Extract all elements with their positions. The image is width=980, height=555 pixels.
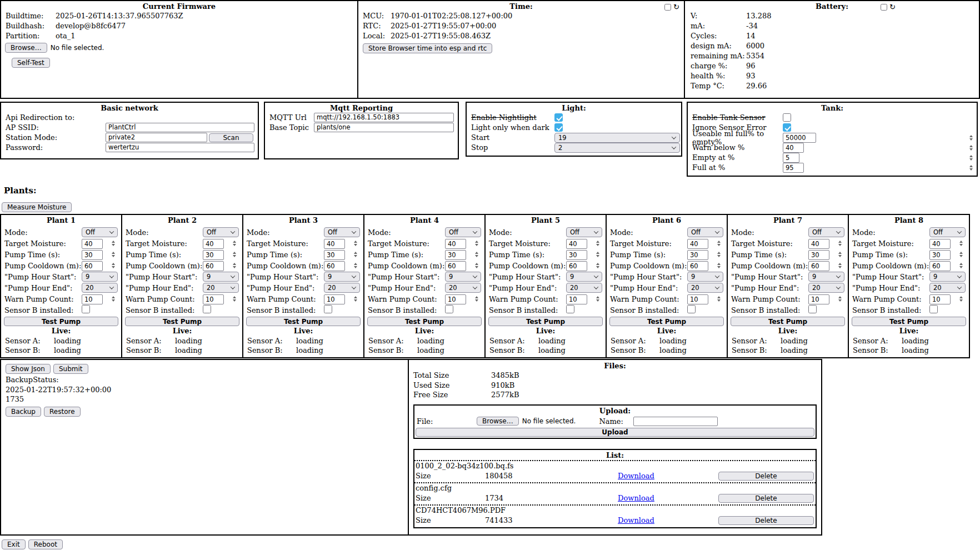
time-auto-refresh-checkbox[interactable] — [664, 4, 671, 11]
pump-cooldown-input[interactable]: 60 — [203, 262, 239, 270]
number-stepper[interactable] — [969, 135, 973, 141]
pump-cooldown-input[interactable]: 60 — [808, 262, 844, 270]
pump-hour-end-select[interactable]: 20 — [808, 283, 844, 293]
light-start-select[interactable]: 19 — [554, 133, 680, 143]
mode-select[interactable]: Off — [324, 227, 360, 237]
sensor-b-installed-checkbox[interactable] — [566, 305, 574, 313]
test-pump-button[interactable]: Test Pump — [852, 317, 966, 326]
number-stepper[interactable] — [475, 263, 478, 268]
number-stepper[interactable] — [717, 263, 721, 268]
enable-nightlight-checkbox[interactable] — [554, 113, 563, 122]
number-stepper[interactable] — [233, 263, 236, 268]
download-link[interactable]: Download — [618, 494, 654, 502]
target-moisture-input[interactable]: 40 — [808, 239, 844, 248]
number-stepper[interactable] — [112, 296, 115, 302]
time-refresh-icon[interactable]: ↻ — [673, 4, 679, 11]
mqtt-url-input[interactable]: mqtt://192.168.1.50:1883 — [314, 113, 454, 122]
pump-cooldown-input[interactable]: 60 — [324, 262, 360, 270]
mode-select[interactable]: Off — [82, 227, 118, 237]
number-stepper[interactable] — [233, 252, 236, 257]
target-moisture-input[interactable]: 40 — [445, 239, 481, 248]
pump-hour-start-select[interactable]: 9 — [929, 272, 966, 282]
download-link[interactable]: Download — [618, 516, 654, 524]
warn-pump-count-input[interactable]: 10 — [687, 295, 723, 303]
ignore-sensor-error-checkbox[interactable] — [783, 123, 791, 132]
number-stepper[interactable] — [112, 252, 115, 257]
self-test-button[interactable]: Self-Test — [12, 58, 50, 68]
number-stepper[interactable] — [233, 296, 236, 302]
number-stepper[interactable] — [969, 165, 973, 171]
pump-cooldown-input[interactable]: 60 — [82, 262, 118, 270]
pump-hour-end-select[interactable]: 20 — [566, 283, 602, 293]
target-moisture-input[interactable]: 40 — [203, 239, 239, 248]
test-pump-button[interactable]: Test Pump — [125, 317, 239, 326]
sensor-b-installed-checkbox[interactable] — [808, 305, 817, 313]
pump-hour-start-select[interactable]: 9 — [324, 272, 360, 282]
pump-hour-start-select[interactable]: 9 — [445, 272, 481, 282]
full-at-input[interactable]: 95 — [783, 163, 976, 172]
warn-pump-count-input[interactable]: 10 — [203, 295, 239, 303]
warn-pump-count-input[interactable]: 10 — [82, 295, 118, 303]
number-stepper[interactable] — [959, 252, 963, 257]
light-stop-select[interactable]: 2 — [554, 143, 680, 153]
submit-button[interactable]: Submit — [53, 364, 88, 374]
number-stepper[interactable] — [959, 263, 963, 268]
warn-pump-count-input[interactable]: 10 — [808, 295, 844, 303]
pump-hour-end-select[interactable]: 20 — [82, 283, 118, 293]
test-pump-button[interactable]: Test Pump — [731, 317, 845, 326]
pump-time-input[interactable]: 30 — [929, 251, 966, 259]
pump-hour-end-select[interactable]: 20 — [929, 283, 966, 293]
pump-time-input[interactable]: 30 — [203, 251, 239, 259]
pump-hour-end-select[interactable]: 20 — [203, 283, 239, 293]
enable-tank-sensor-checkbox[interactable] — [783, 113, 791, 122]
warn-pump-count-input[interactable]: 10 — [445, 295, 481, 303]
number-stepper[interactable] — [354, 263, 357, 268]
show-json-button[interactable]: Show Json — [6, 364, 51, 374]
empty-at-input[interactable]: 5 — [783, 153, 976, 162]
battery-auto-refresh-checkbox[interactable] — [881, 4, 887, 11]
number-stepper[interactable] — [354, 241, 357, 246]
pump-hour-start-select[interactable]: 9 — [687, 272, 723, 282]
target-moisture-input[interactable]: 40 — [566, 239, 602, 248]
number-stepper[interactable] — [596, 252, 599, 257]
backup-button[interactable]: Backup — [6, 407, 41, 417]
pump-cooldown-input[interactable]: 60 — [445, 262, 481, 270]
pump-cooldown-input[interactable]: 60 — [687, 262, 723, 270]
sensor-b-installed-checkbox[interactable] — [82, 305, 90, 313]
number-stepper[interactable] — [596, 296, 599, 302]
pump-time-input[interactable]: 30 — [566, 251, 602, 259]
sensor-b-installed-checkbox[interactable] — [687, 305, 696, 313]
number-stepper[interactable] — [475, 252, 478, 257]
pump-hour-end-select[interactable]: 20 — [445, 283, 481, 293]
delete-button[interactable]: Delete — [718, 472, 814, 481]
warn-pump-count-input[interactable]: 10 — [324, 295, 360, 303]
number-stepper[interactable] — [475, 296, 478, 302]
delete-button[interactable]: Delete — [718, 516, 814, 525]
number-stepper[interactable] — [475, 241, 478, 246]
exit-button[interactable]: Exit — [2, 539, 26, 549]
measure-moisture-button[interactable]: Measure Moisture — [2, 202, 72, 212]
number-stepper[interactable] — [717, 252, 721, 257]
number-stepper[interactable] — [354, 252, 357, 257]
sensor-b-installed-checkbox[interactable] — [203, 305, 211, 313]
base-topic-input[interactable]: plants/one — [314, 123, 454, 132]
target-moisture-input[interactable]: 40 — [324, 239, 360, 248]
pump-hour-start-select[interactable]: 9 — [566, 272, 602, 282]
sensor-b-installed-checkbox[interactable] — [929, 305, 938, 313]
test-pump-button[interactable]: Test Pump — [246, 317, 361, 326]
pump-time-input[interactable]: 30 — [82, 251, 118, 259]
pump-hour-start-select[interactable]: 9 — [808, 272, 844, 282]
pump-time-input[interactable]: 30 — [324, 251, 360, 259]
number-stepper[interactable] — [112, 241, 115, 246]
number-stepper[interactable] — [838, 296, 842, 302]
light-only-dark-checkbox[interactable] — [554, 123, 563, 132]
useable-ml-input[interactable]: 50000 — [783, 133, 976, 142]
restore-button[interactable]: Restore — [44, 407, 81, 417]
number-stepper[interactable] — [969, 145, 973, 151]
pump-hour-end-select[interactable]: 20 — [324, 283, 360, 293]
test-pump-button[interactable]: Test Pump — [367, 317, 482, 326]
upload-browse-button[interactable]: Browse… — [477, 417, 519, 426]
number-stepper[interactable] — [959, 296, 963, 302]
number-stepper[interactable] — [717, 241, 721, 246]
upload-name-input[interactable] — [633, 417, 718, 426]
